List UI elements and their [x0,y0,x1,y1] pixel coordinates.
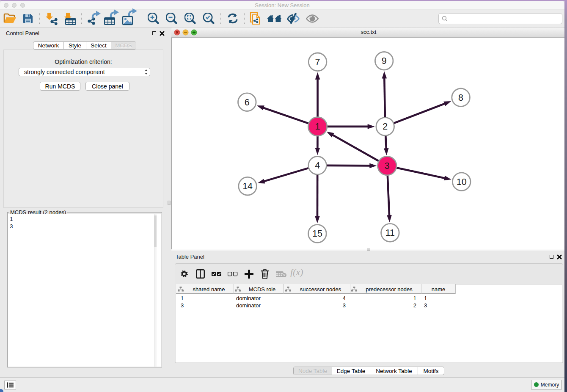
svg-text:7: 7 [315,57,320,67]
svg-text:4: 4 [315,160,320,171]
svg-text:14: 14 [242,181,253,191]
svg-text:6: 6 [245,97,250,108]
svg-text:9: 9 [382,56,387,66]
svg-text:8: 8 [458,93,463,103]
svg-text:10: 10 [457,177,467,187]
svg-text:2: 2 [383,121,388,132]
svg-text:3: 3 [385,161,390,171]
svg-text:15: 15 [312,229,322,239]
svg-text:11: 11 [385,228,395,238]
svg-text:1: 1 [315,121,320,132]
